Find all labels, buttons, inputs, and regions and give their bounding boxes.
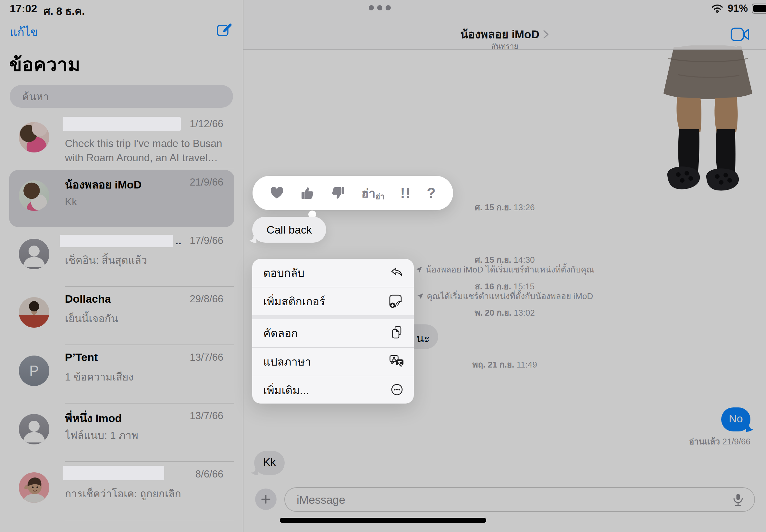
redaction-bar — [60, 235, 173, 247]
heart-reaction-button[interactable] — [269, 186, 284, 200]
thumbs-up-icon — [300, 186, 315, 200]
thumbs-down-reaction-button[interactable] — [331, 186, 346, 200]
menu-item-reply[interactable]: ตอบกลับ — [252, 259, 414, 287]
message-text: Call back — [266, 224, 312, 236]
more-icon — [390, 382, 404, 398]
context-menu: ตอบกลับ เพิ่มสติกเกอร์ คัดลอก — [252, 259, 414, 404]
home-indicator[interactable] — [280, 518, 486, 523]
thumbs-down-icon — [331, 186, 346, 200]
thumbs-up-reaction-button[interactable] — [300, 186, 315, 200]
redaction-bar — [63, 117, 181, 131]
bubble-tail — [249, 235, 256, 243]
redaction-bar — [63, 466, 164, 480]
tapback-reaction-bar: ฮ่าฮ่า !! ? — [252, 176, 453, 210]
heart-icon — [269, 186, 284, 200]
copy-icon — [390, 325, 404, 341]
question-reaction-button[interactable]: ? — [427, 185, 436, 201]
translate-icon — [389, 354, 404, 369]
reply-icon — [390, 266, 404, 280]
menu-item-translate[interactable]: แปลภาษา — [252, 348, 414, 376]
add-sticker-icon — [389, 293, 404, 309]
haha-reaction-button[interactable]: ฮ่าฮ่า — [361, 184, 384, 203]
menu-item-add-sticker[interactable]: เพิ่มสติกเกอร์ — [252, 287, 414, 315]
menu-item-copy[interactable]: คัดลอก — [252, 319, 414, 347]
focused-message-bubble[interactable]: Call back — [252, 217, 326, 243]
menu-item-more[interactable]: เพิ่มเติม... — [252, 376, 414, 404]
haha-label: ฮ่า — [361, 184, 375, 203]
messages-app-screen: 17:02 ศ. 8 ธ.ค. แก้ไข ข้อความ 1/12/66 Ch… — [0, 0, 766, 532]
exclamation-reaction-button[interactable]: !! — [400, 185, 411, 201]
menu-section-separator — [252, 315, 414, 319]
